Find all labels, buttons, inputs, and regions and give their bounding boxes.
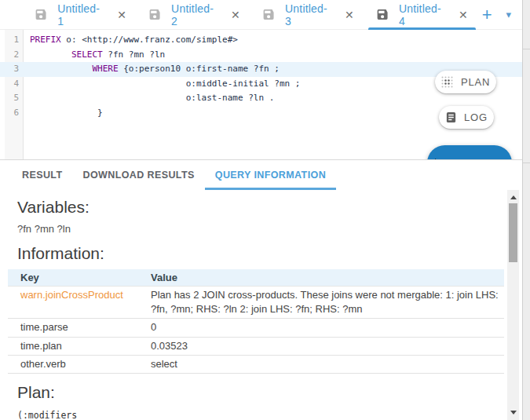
scroll-up-icon [510, 195, 517, 199]
results-tab-bar: RESULT DOWNLOAD RESULTS QUERY INFORMATIO… [0, 159, 522, 189]
information-table: Key Value warn.joinCrossProduct Plan has… [8, 269, 504, 374]
code-line: SELECT ?fn ?mn ?ln [30, 48, 300, 63]
info-key: time.parse [8, 319, 146, 337]
table-header-row: Key Value [8, 269, 504, 287]
editor-tab-untitled-3[interactable]: Untitled-3 ✕ [251, 0, 365, 30]
tab-menu-caret-icon[interactable]: ▾ [504, 9, 513, 20]
line-numbers: 1 2 3 4 5 6 [5, 33, 24, 120]
save-icon[interactable] [35, 8, 47, 21]
log-button-label: LOG [464, 111, 488, 123]
plan-button-label: PLAN [461, 76, 490, 88]
close-icon[interactable]: ✕ [117, 9, 126, 21]
column-header-key: Key [8, 269, 146, 287]
editor-tab-bar: Untitled-1 ✕ Untitled-2 ✕ Untitled-3 ✕ U… [0, 0, 522, 30]
code-text [30, 93, 186, 103]
table-row: other.verb select [8, 355, 504, 373]
query-editor-window: Untitled-1 ✕ Untitled-2 ✕ Untitled-3 ✕ U… [0, 0, 530, 420]
tab-label: Untitled-3 [285, 2, 331, 27]
plan-button[interactable]: PLAN [435, 71, 496, 93]
tab-result[interactable]: RESULT [12, 160, 72, 190]
add-tab-button[interactable]: + [479, 7, 495, 23]
code-text [30, 49, 71, 60]
variables-value: ?fn ?mn ?ln [17, 223, 522, 235]
tab-download-results[interactable]: DOWNLOAD RESULTS [72, 160, 204, 190]
adjacent-panel-edge [522, 0, 530, 420]
line-number: 6 [5, 106, 24, 121]
save-icon[interactable] [262, 8, 275, 21]
code-text: o:middle-initial ?mn ; [186, 79, 301, 89]
tab-label: Untitled-1 [57, 2, 104, 27]
close-icon[interactable]: ✕ [345, 9, 354, 21]
execute-button-label: EXECUTE [450, 157, 504, 159]
code-keyword: SELECT [71, 49, 103, 60]
scroll-down-button[interactable] [507, 407, 519, 418]
code-keyword: WHERE [92, 64, 118, 74]
results-scrollbar[interactable] [507, 190, 519, 420]
scroll-up-button[interactable] [507, 192, 519, 203]
code-line: PREFIX o: <http://www.franz.com/simple#> [30, 33, 300, 48]
code-area[interactable]: PREFIX o: <http://www.franz.com/simple#>… [30, 33, 300, 120]
editor-tab-untitled-1[interactable]: Untitled-1 ✕ [24, 0, 137, 30]
info-key: warn.joinCrossProduct [8, 287, 146, 319]
code-line: o:last-name ?ln . [30, 91, 300, 106]
info-value: Plan has 2 JOIN cross-products. These jo… [146, 287, 504, 319]
save-icon[interactable] [148, 8, 161, 21]
code-line: o:middle-initial ?mn ; [30, 77, 300, 92]
document-icon [445, 111, 457, 123]
line-number: 2 [5, 48, 24, 63]
column-header-value: Value [146, 269, 504, 287]
tab-label: Untitled-2 [171, 2, 217, 27]
save-icon[interactable] [376, 8, 389, 21]
code-text [30, 79, 186, 89]
tab-bar-controls: + ▾ [479, 7, 522, 23]
code-text: } [97, 108, 103, 118]
table-row: time.plan 0.03523 [8, 337, 504, 355]
execute-button[interactable]: EXECUTE [427, 145, 512, 159]
line-number: 5 [5, 91, 24, 106]
dot-grid-icon [441, 76, 454, 89]
plan-heading: Plan: [17, 383, 522, 402]
code-line: WHERE {o:person10 o:first-name ?fn ; [30, 62, 300, 77]
query-information-panel: Variables: ?fn ?mn ?ln Information: Key … [0, 190, 522, 420]
play-icon [435, 159, 442, 160]
sparql-code-editor[interactable]: 1 2 3 4 5 6 PREFIX o: <http://www.franz.… [0, 30, 522, 159]
main-panel: Untitled-1 ✕ Untitled-2 ✕ Untitled-3 ✕ U… [0, 0, 522, 420]
info-key: time.plan [8, 337, 146, 355]
info-value: 0 [146, 319, 504, 337]
close-icon[interactable]: ✕ [231, 9, 240, 21]
variables-heading: Variables: [17, 198, 522, 217]
code-text: ?fn ?mn ?ln [103, 49, 165, 60]
code-text: o: <http://www.franz.com/simple#> [61, 35, 238, 45]
info-key: other.verb [8, 355, 146, 373]
code-line: } [30, 106, 300, 121]
line-number: 1 [5, 33, 24, 48]
plan-code-line: (:modifiers [17, 408, 522, 420]
code-text [30, 64, 92, 74]
code-keyword: PREFIX [30, 35, 61, 45]
table-row: warn.joinCrossProduct Plan has 2 JOIN cr… [8, 287, 504, 319]
scroll-down-icon [510, 411, 517, 415]
close-icon[interactable]: ✕ [459, 9, 468, 21]
info-value: 0.03523 [146, 337, 504, 355]
editor-tab-untitled-2[interactable]: Untitled-2 ✕ [137, 0, 251, 30]
log-button[interactable]: LOG [439, 106, 494, 129]
panel-edge-divider [523, 163, 530, 163]
code-text: {o:person10 o:first-name ?fn ; [119, 64, 280, 74]
information-heading: Information: [17, 244, 522, 263]
panel-edge-divider [523, 49, 530, 49]
table-row: time.parse 0 [8, 319, 504, 337]
code-text [30, 108, 97, 118]
tab-query-information[interactable]: QUERY INFORMATION [205, 160, 336, 190]
line-number: 4 [5, 77, 24, 92]
line-number: 3 [5, 62, 24, 77]
info-value: select [146, 355, 504, 373]
editor-tab-untitled-4[interactable]: Untitled-4 ✕ [365, 0, 479, 30]
tab-label: Untitled-4 [399, 2, 445, 27]
scrollbar-thumb[interactable] [509, 203, 517, 262]
code-text: o:last-name ?ln . [186, 93, 275, 103]
